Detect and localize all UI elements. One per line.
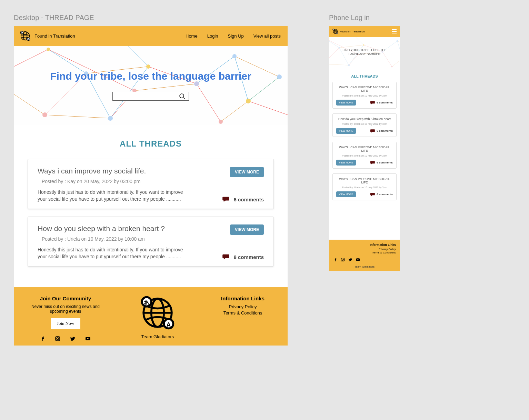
phone-header: Found in Translation bbox=[329, 26, 400, 37]
nav-viewall[interactable]: View all posts bbox=[253, 33, 281, 39]
brand-name: Found in Translation bbox=[34, 33, 75, 39]
phone-frame: Found in Translation FIND YOUR TRIBE, LO… bbox=[329, 26, 400, 271]
comments-count: 6 comments bbox=[377, 101, 393, 104]
footer-terms[interactable]: Terms & Conditions bbox=[208, 310, 277, 316]
nav-signup[interactable]: Sign Up bbox=[228, 33, 244, 39]
view-more-button[interactable]: VIEW MORE bbox=[230, 224, 264, 235]
join-now-button[interactable]: Join Now bbox=[51, 318, 80, 329]
facebook-icon[interactable] bbox=[40, 336, 45, 341]
view-more-button[interactable]: VIEW MORE bbox=[336, 100, 356, 106]
search-icon bbox=[179, 93, 185, 99]
comments-link[interactable]: 6 comments bbox=[370, 101, 393, 105]
facebook-icon[interactable] bbox=[334, 258, 337, 262]
nav: Home Login Sign Up View all posts bbox=[186, 33, 281, 39]
thread-meta: Posted by : Kay on 20 May, 2022 by 03:00… bbox=[42, 179, 264, 184]
section-title: ALL THREADS bbox=[14, 139, 288, 149]
hero: Find your tribe, lose the language barri… bbox=[14, 46, 288, 125]
comments-link[interactable]: 6 comments bbox=[370, 161, 393, 165]
comments-count: 6 comments bbox=[377, 161, 393, 164]
comments-count: 6 comments bbox=[377, 129, 393, 132]
artboard-label-phone: Phone Log in bbox=[329, 14, 400, 22]
phone-thread-card: WAYS I CAN IMPROVE MY SOCAIL LIFE Posted… bbox=[332, 82, 397, 109]
phone-thread-card: WAYS I CAN IMPROVE MY SOCAIL LIFE Posted… bbox=[332, 142, 397, 169]
menu-icon[interactable] bbox=[392, 29, 397, 33]
thread-card: Ways i can improve my social life. Poste… bbox=[28, 159, 274, 209]
thread-body: Honestly this just has to do with intent… bbox=[38, 247, 193, 260]
comments-link[interactable]: 6 comments bbox=[370, 192, 393, 197]
thread-card: How do you sleep with a broken heart ? P… bbox=[28, 217, 274, 267]
thread-meta: Posted by: Uriela on 10 may 2022 by 3pm bbox=[336, 154, 393, 157]
comments-count: 8 comments bbox=[233, 254, 264, 260]
nav-login[interactable]: Login bbox=[207, 33, 218, 39]
comment-icon bbox=[370, 192, 375, 197]
footer-join-sub: Never miss out on exiciting news and upc… bbox=[24, 304, 107, 314]
thread-meta: Posted by: Uriela on 10 may 2022 by 3pm bbox=[336, 186, 393, 189]
view-more-button[interactable]: VIEW MORE bbox=[336, 191, 356, 197]
thread-body: Honestly this just has to do with intent… bbox=[38, 189, 193, 202]
footer-team: Team Gladiators bbox=[127, 334, 189, 339]
thread-title: WAYS I CAN IMPROVE MY SOCAIL LIFE bbox=[336, 86, 393, 92]
hero-title: Find your tribe, lose the language barri… bbox=[50, 70, 251, 82]
instagram-icon[interactable] bbox=[341, 258, 345, 262]
comments-count: 6 comments bbox=[233, 197, 264, 202]
footer-privacy[interactable]: Privacy Policy bbox=[208, 304, 277, 309]
instagram-icon[interactable] bbox=[55, 336, 60, 341]
brand[interactable]: Found in Translation bbox=[19, 31, 75, 41]
footer-info-heading: Information Links bbox=[208, 296, 277, 301]
comments-link[interactable]: 6 comments bbox=[222, 196, 264, 202]
view-more-button[interactable]: VIEW MORE bbox=[336, 160, 356, 166]
logo-icon bbox=[332, 29, 338, 34]
phone-section-title: ALL THREADS bbox=[329, 74, 400, 78]
footer-team: Team Gladiators bbox=[333, 265, 396, 268]
artboard-label-desktop: Desktop - THREAD PAGE bbox=[14, 14, 288, 22]
footer-privacy[interactable]: Privacy Policy bbox=[333, 248, 396, 251]
comments-link[interactable]: 6 comments bbox=[370, 129, 393, 133]
footer-terms[interactable]: Terms & Conditions bbox=[333, 251, 396, 254]
comment-icon bbox=[222, 196, 230, 202]
footer-logo-icon bbox=[139, 296, 177, 330]
thread-title: WAYS I CAN IMPROVE MY SOCAIL LIFE bbox=[336, 177, 393, 184]
nav-home[interactable]: Home bbox=[186, 33, 198, 39]
search-input[interactable] bbox=[113, 92, 175, 100]
thread-title: How do you Sleep with A broken heart bbox=[336, 117, 393, 121]
header: Found in Translation Home Login Sign Up … bbox=[14, 26, 288, 46]
logo-icon bbox=[19, 31, 31, 41]
phone-footer: Information Links Privacy Policy Terms &… bbox=[329, 240, 400, 271]
phone-thread-card: WAYS I CAN IMPROVE MY SOCAIL LIFE Posted… bbox=[332, 173, 397, 200]
twitter-icon[interactable] bbox=[348, 258, 352, 262]
comment-icon bbox=[222, 254, 230, 260]
comments-link[interactable]: 8 comments bbox=[222, 254, 264, 260]
thread-title: WAYS I CAN IMPROVE MY SOCAIL LIFE bbox=[336, 146, 393, 152]
comments-count: 6 comments bbox=[377, 193, 393, 196]
youtube-icon[interactable] bbox=[85, 336, 91, 341]
thread-meta: Posted by: Uriela on 10 may 2022 by 3pm bbox=[336, 94, 393, 97]
view-more-button[interactable]: VIEW MORE bbox=[230, 167, 264, 177]
twitter-icon[interactable] bbox=[70, 336, 76, 341]
comment-icon bbox=[370, 161, 375, 165]
phone-thread-card: How do you Sleep with A broken heart Pos… bbox=[332, 113, 397, 137]
footer-join-heading: Join Our Community bbox=[24, 296, 107, 301]
desktop-frame: Found in Translation Home Login Sign Up … bbox=[14, 26, 288, 346]
search-box bbox=[112, 92, 189, 101]
comment-icon bbox=[370, 129, 375, 133]
youtube-icon[interactable] bbox=[356, 258, 360, 262]
footer: Join Our Community Never miss out on exi… bbox=[14, 287, 288, 346]
phone-hero: FIND YOUR TRIBE, LOSE THE LANGUAGE BARRI… bbox=[329, 37, 400, 68]
phone-brand[interactable]: Found in Translation bbox=[332, 29, 365, 34]
footer-info-heading: Information Links bbox=[333, 243, 396, 247]
comment-icon bbox=[370, 101, 375, 105]
view-more-button[interactable]: VIEW MORE bbox=[336, 128, 356, 134]
thread-meta: Posted by : Uriela on 10 May, 2022 by 10… bbox=[42, 236, 264, 242]
hero-network-bg bbox=[14, 46, 288, 125]
thread-meta: Posted by: Derek on 10 may 2022 by 3pm bbox=[336, 123, 393, 125]
search-button[interactable] bbox=[175, 92, 189, 100]
phone-hero-title: FIND YOUR TRIBE, LOSE THE LANGUAGE BARRI… bbox=[329, 48, 400, 56]
brand-name: Found in Translation bbox=[340, 30, 365, 33]
